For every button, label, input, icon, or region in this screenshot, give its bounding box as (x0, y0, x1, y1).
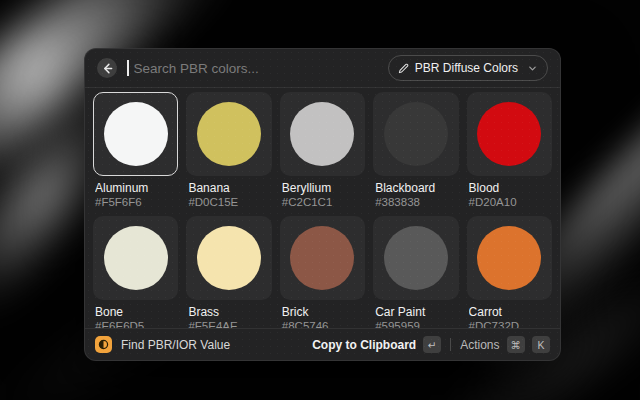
color-hex: #C2C1C1 (282, 196, 365, 209)
color-name: Bone (95, 305, 178, 319)
color-tile (373, 216, 458, 300)
collection-dropdown[interactable]: PBR Diffuse Colors (388, 55, 548, 81)
color-swatch (197, 102, 261, 166)
chevron-down-icon (528, 64, 537, 73)
color-cell[interactable]: Banana #D0C15E (186, 92, 271, 209)
color-tile (280, 92, 365, 176)
color-name: Brick (282, 305, 365, 319)
color-swatch (104, 226, 168, 290)
color-hex: #383838 (375, 196, 458, 209)
color-swatch (384, 102, 448, 166)
contrast-icon (98, 339, 109, 350)
color-swatch (290, 102, 354, 166)
color-name: Blackboard (375, 181, 458, 195)
color-cell[interactable]: Carrot #DC732D (467, 216, 552, 328)
color-swatch (477, 102, 541, 166)
color-tile (467, 92, 552, 176)
launcher-window: PBR Diffuse Colors Aluminum #F5F6F6 Bana… (84, 48, 561, 361)
search-bar: PBR Diffuse Colors (85, 49, 560, 88)
color-tile (373, 92, 458, 176)
actions-menu-label[interactable]: Actions (460, 338, 499, 352)
pencil-icon (398, 63, 409, 74)
back-arrow-icon (102, 63, 113, 74)
color-tile (186, 92, 271, 176)
color-hex: #D0C15E (188, 196, 271, 209)
color-swatch (197, 226, 261, 290)
color-hex: #DC732D (469, 320, 552, 328)
back-button[interactable] (97, 58, 117, 78)
color-cell[interactable]: Beryllium #C2C1C1 (280, 92, 365, 209)
color-swatch (104, 102, 168, 166)
color-hex: #595959 (375, 320, 458, 328)
color-hex: #8C5746 (282, 320, 365, 328)
text-cursor (127, 60, 129, 76)
primary-action-label[interactable]: Copy to Clipboard (312, 338, 416, 352)
color-tile (186, 216, 271, 300)
color-hex: #F5E4AE (188, 320, 271, 328)
color-grid: Aluminum #F5F6F6 Banana #D0C15E Berylliu… (85, 88, 560, 328)
color-name: Brass (188, 305, 271, 319)
collection-dropdown-label: PBR Diffuse Colors (415, 61, 518, 75)
color-cell[interactable]: Aluminum #F5F6F6 (93, 92, 178, 209)
color-name: Car Paint (375, 305, 458, 319)
color-hex: #D20A10 (469, 196, 552, 209)
footer-divider (450, 338, 451, 351)
color-cell[interactable]: Blackboard #383838 (373, 92, 458, 209)
color-name: Beryllium (282, 181, 365, 195)
color-swatch (477, 226, 541, 290)
cmd-keycap[interactable]: ⌘ (507, 336, 526, 353)
color-name: Banana (188, 181, 271, 195)
enter-keycap[interactable]: ↵ (423, 336, 441, 353)
color-hex: #F5F6F6 (95, 196, 178, 209)
color-cell[interactable]: Bone #E6E6D5 (93, 216, 178, 328)
color-swatch (384, 226, 448, 290)
search-input[interactable] (132, 60, 376, 77)
color-tile (93, 216, 178, 300)
color-name: Blood (469, 181, 552, 195)
color-swatch (290, 226, 354, 290)
color-hex: #E6E6D5 (95, 320, 178, 328)
command-title: Find PBR/IOR Value (121, 338, 230, 352)
color-tile (93, 92, 178, 176)
action-bar: Find PBR/IOR Value Copy to Clipboard ↵ A… (85, 328, 560, 360)
k-keycap[interactable]: K (532, 336, 550, 353)
color-tile (280, 216, 365, 300)
app-icon (95, 336, 112, 353)
color-cell[interactable]: Car Paint #595959 (373, 216, 458, 328)
color-name: Carrot (469, 305, 552, 319)
color-cell[interactable]: Brass #F5E4AE (186, 216, 271, 328)
color-cell[interactable]: Brick #8C5746 (280, 216, 365, 328)
color-name: Aluminum (95, 181, 178, 195)
color-cell[interactable]: Blood #D20A10 (467, 92, 552, 209)
color-tile (467, 216, 552, 300)
